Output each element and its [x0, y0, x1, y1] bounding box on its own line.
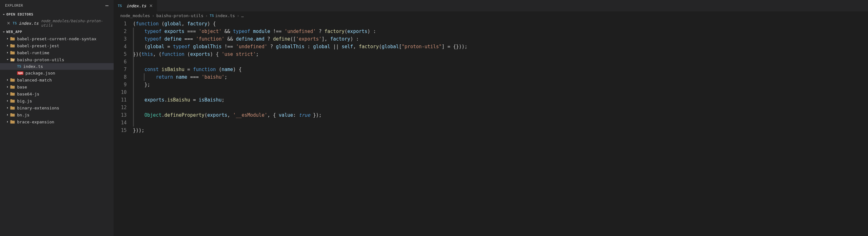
- code-line[interactable]: }));: [133, 127, 868, 134]
- code-line[interactable]: };: [133, 81, 868, 88]
- code-line[interactable]: exports.isBaishu = isBaishu;: [133, 96, 868, 104]
- folder-icon: [10, 98, 15, 103]
- folder-item[interactable]: baishu-proton-utils: [0, 56, 114, 63]
- npm-file-icon: npm: [17, 71, 24, 75]
- chevron-right-icon[interactable]: [5, 37, 10, 41]
- chevron-right-icon[interactable]: [5, 44, 10, 48]
- line-number: 13: [114, 111, 127, 119]
- ts-file-icon: TS: [118, 4, 122, 8]
- tree-item-label: package.json: [25, 71, 55, 76]
- tree-item-label: balanced-match: [17, 78, 52, 82]
- tree-item-label: baishu-proton-utils: [17, 57, 64, 62]
- explorer-sidebar: EXPLORER ⋯ OPEN EDITORS TS index.ts node…: [0, 0, 114, 236]
- line-number: 14: [114, 119, 127, 127]
- chevron-right-icon[interactable]: [5, 120, 10, 124]
- folder-icon: [10, 91, 15, 97]
- line-number: 2: [114, 28, 127, 35]
- folder-item[interactable]: base: [0, 83, 114, 90]
- code-line[interactable]: return name === 'baishu';: [133, 73, 868, 81]
- tree-item-label: index.ts: [23, 64, 43, 69]
- code-line[interactable]: })(this, (function (exports) { 'use stri…: [133, 50, 868, 58]
- chevron-right-icon: ›: [205, 13, 208, 18]
- open-editor-path: node_modules/baishu-proton-utils: [41, 19, 114, 28]
- tab-index-ts[interactable]: TS index.ts: [114, 0, 157, 11]
- folder-icon: [10, 84, 15, 89]
- editor-area: TS index.ts node_modules › baishu-proton…: [114, 0, 868, 236]
- explorer-title: EXPLORER: [5, 3, 23, 8]
- file-item[interactable]: npmpackage.json: [0, 70, 114, 76]
- line-number: 3: [114, 35, 127, 43]
- line-number: 15: [114, 127, 127, 134]
- line-number: 10: [114, 88, 127, 96]
- explorer-header: EXPLORER ⋯: [0, 0, 114, 11]
- file-tree: babel-preset-current-node-syntaxbabel-pr…: [0, 35, 114, 125]
- folder-item[interactable]: babel-preset-jest: [0, 42, 114, 49]
- breadcrumb-segment[interactable]: baishu-proton-utils: [156, 13, 204, 18]
- code-editor[interactable]: 123456789101112131415 (function (global,…: [114, 20, 868, 236]
- folder-item[interactable]: binary-extensions: [0, 104, 114, 111]
- code-line[interactable]: [133, 119, 868, 127]
- breadcrumbs[interactable]: node_modules › baishu-proton-utils › TS …: [114, 11, 868, 20]
- code-content[interactable]: (function (global, factory) { typeof exp…: [133, 20, 868, 236]
- folder-item[interactable]: babel-preset-current-node-syntax: [0, 35, 114, 42]
- code-line[interactable]: const isBaishu = function (name) {: [133, 65, 868, 73]
- open-editor-item[interactable]: TS index.ts node_modules/baishu-proton-u…: [0, 18, 114, 29]
- folder-icon: [10, 43, 15, 48]
- folder-icon: [10, 119, 15, 124]
- line-number: 12: [114, 104, 127, 111]
- open-editors-header[interactable]: OPEN EDITORS: [0, 11, 114, 18]
- folder-icon: [10, 50, 15, 55]
- workspace-header[interactable]: WEB_APP: [0, 29, 114, 35]
- breadcrumb-segment[interactable]: …: [241, 13, 244, 18]
- code-line[interactable]: typeof define === 'function' && define.a…: [133, 35, 868, 43]
- code-line[interactable]: [133, 88, 868, 96]
- chevron-right-icon[interactable]: [5, 51, 10, 55]
- line-number: 1: [114, 20, 127, 28]
- code-line[interactable]: [133, 58, 868, 65]
- tree-item-label: big.js: [17, 99, 32, 103]
- chevron-right-icon[interactable]: [5, 85, 10, 89]
- chevron-right-icon[interactable]: [5, 92, 10, 96]
- close-icon[interactable]: [6, 21, 11, 25]
- chevron-down-icon[interactable]: [5, 58, 10, 61]
- line-number: 7: [114, 65, 127, 73]
- code-line[interactable]: Object.defineProperty(exports, '__esModu…: [133, 111, 868, 119]
- ts-file-icon: TS: [210, 14, 214, 18]
- folder-item[interactable]: bn.js: [0, 111, 114, 118]
- breadcrumb-segment[interactable]: node_modules: [120, 13, 150, 18]
- code-line[interactable]: [133, 104, 868, 111]
- folder-icon: [10, 77, 15, 82]
- chevron-right-icon[interactable]: [5, 113, 10, 117]
- tree-item-label: brace-expansion: [17, 120, 54, 124]
- workspace-label: WEB_APP: [6, 30, 22, 34]
- ts-file-icon: TS: [17, 64, 21, 69]
- chevron-right-icon[interactable]: [5, 99, 10, 103]
- folder-item[interactable]: big.js: [0, 97, 114, 104]
- chevron-down-icon: [1, 30, 6, 34]
- folder-item[interactable]: brace-expansion: [0, 118, 114, 125]
- breadcrumb-segment[interactable]: index.ts: [215, 13, 235, 18]
- more-actions-icon[interactable]: ⋯: [105, 3, 108, 8]
- file-item[interactable]: TSindex.ts: [0, 63, 114, 70]
- code-line[interactable]: (function (global, factory) {: [133, 20, 868, 28]
- line-number: 8: [114, 73, 127, 81]
- close-icon[interactable]: [149, 3, 153, 8]
- folder-icon: [10, 36, 15, 41]
- line-number: 6: [114, 58, 127, 65]
- folder-icon: [10, 112, 15, 117]
- code-line[interactable]: typeof exports === 'object' && typeof mo…: [133, 28, 868, 35]
- tree-item-label: base: [17, 85, 27, 89]
- line-number: 4: [114, 43, 127, 50]
- tree-item-label: babel-preset-jest: [17, 44, 59, 48]
- chevron-right-icon[interactable]: [5, 106, 10, 110]
- folder-item[interactable]: balanced-match: [0, 76, 114, 83]
- tree-item-label: babel-preset-current-node-syntax: [17, 36, 96, 41]
- tree-item-label: binary-extensions: [17, 106, 59, 110]
- tab-label: index.ts: [126, 3, 146, 8]
- folder-item[interactable]: babel-runtime: [0, 49, 114, 56]
- tree-item-label: bn.js: [17, 113, 29, 117]
- code-line[interactable]: (global = typeof globalThis !== 'undefin…: [133, 43, 868, 50]
- chevron-right-icon[interactable]: [5, 78, 10, 82]
- folder-item[interactable]: base64-js: [0, 90, 114, 97]
- line-number: 11: [114, 96, 127, 104]
